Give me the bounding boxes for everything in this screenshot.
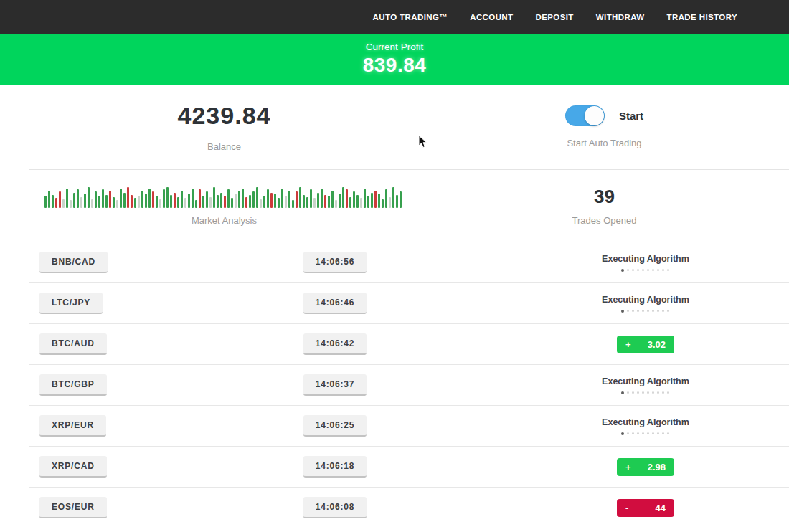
market-analysis-bars [44, 186, 405, 208]
market-bar [235, 194, 237, 208]
nav-item-trade-history[interactable]: TRADE HISTORY [667, 13, 738, 22]
nav-item-auto-trading[interactable]: AUTO TRADING™ [373, 13, 448, 22]
result-amount: 44 [656, 503, 666, 513]
market-bar [339, 194, 341, 208]
market-bar [306, 197, 308, 208]
progress-dot [637, 432, 639, 434]
market-bar [188, 194, 190, 208]
market-bar [224, 196, 226, 208]
balance-section: 4239.84 Balance Start Start Auto Trading [29, 85, 789, 170]
executing-status: Executing Algorithm [602, 295, 689, 313]
market-bar [138, 196, 140, 208]
result-badge: + 2.98 [617, 458, 674, 476]
result-amount: 2.98 [648, 462, 666, 472]
market-bar [131, 195, 133, 208]
time-badge: 14:06:37 [303, 374, 367, 396]
market-bar [396, 195, 398, 208]
progress-dot [667, 310, 669, 312]
trade-row: BNB/CAD 14:06:56 Executing Algorithm [29, 242, 789, 283]
current-profit-value: 839.84 [363, 54, 427, 77]
progress-dot [657, 432, 659, 434]
pair-badge: EOS/EUR [39, 497, 107, 518]
time-badge: 14:06:46 [303, 293, 367, 314]
auto-trading-toggle[interactable] [565, 105, 605, 126]
trade-row: EOS/EUR 14:06:08 - 44 [29, 488, 789, 528]
market-bar [317, 193, 319, 208]
market-bar [371, 193, 373, 208]
market-bar [123, 193, 126, 208]
market-bar [59, 191, 61, 208]
progress-dot [667, 269, 669, 271]
trades-list: BNB/CAD 14:06:56 Executing Algorithm LTC… [29, 242, 789, 528]
market-bar [342, 187, 344, 208]
result-amount: 3.02 [648, 339, 666, 350]
current-profit-label: Current Profit [366, 42, 423, 52]
progress-dot [667, 391, 669, 394]
progress-dot [632, 269, 634, 271]
market-bar [231, 198, 233, 208]
progress-dot [632, 310, 634, 312]
market-bar [116, 200, 118, 208]
toggle-knob [585, 106, 604, 125]
result-badge: - 44 [617, 499, 674, 517]
market-bar [102, 189, 104, 208]
market-bar [88, 187, 90, 208]
time-badge: 14:06:56 [303, 252, 367, 273]
market-bar [353, 191, 355, 208]
result-badge: + 3.02 [617, 336, 674, 353]
market-bar [199, 189, 201, 208]
progress-dot [652, 391, 654, 394]
market-bar [238, 191, 240, 208]
market-bar [245, 197, 247, 208]
market-bar [389, 197, 391, 208]
market-bar [292, 200, 294, 208]
executing-status: Executing Algorithm [602, 254, 689, 272]
market-bar [349, 197, 351, 208]
pair-badge: BTC/GBP [39, 374, 107, 396]
trade-row: XRP/CAD 14:06:18 + 2.98 [29, 447, 789, 488]
market-bar [267, 189, 269, 208]
market-bar [356, 195, 359, 208]
progress-dot [652, 432, 654, 434]
market-bar [367, 196, 369, 208]
market-bar [145, 194, 147, 208]
market-bar [303, 195, 305, 208]
market-bar [48, 191, 50, 208]
trades-opened-value: 39 [594, 186, 615, 208]
market-analysis-label: Market Analysis [192, 215, 257, 226]
market-bar [281, 189, 283, 208]
time-badge: 14:06:18 [303, 456, 367, 478]
progress-dot [637, 269, 639, 271]
market-bar [44, 196, 47, 208]
market-bar [288, 191, 290, 208]
pair-badge: LTC/JPY [39, 293, 103, 314]
market-bar [98, 196, 100, 208]
market-bar [385, 189, 387, 208]
progress-dot [637, 310, 639, 312]
market-bar [177, 197, 179, 208]
market-bar [84, 194, 86, 208]
market-bar [66, 189, 68, 208]
progress-dot [657, 310, 659, 312]
nav-item-deposit[interactable]: DEPOSIT [536, 13, 574, 22]
nav-item-account[interactable]: ACCOUNT [470, 13, 513, 22]
executing-label: Executing Algorithm [602, 417, 689, 427]
market-bar [152, 191, 154, 208]
market-bar [296, 191, 298, 208]
market-bar [285, 196, 287, 208]
progress-dot [632, 391, 634, 394]
market-bar [328, 196, 330, 208]
progress-dot [627, 269, 629, 271]
trades-opened-label: Trades Opened [572, 215, 637, 226]
market-bar [156, 196, 158, 208]
executing-label: Executing Algorithm [602, 295, 689, 305]
progress-dot [662, 269, 664, 271]
executing-label: Executing Algorithm [602, 376, 689, 386]
time-badge: 14:06:25 [303, 415, 367, 437]
market-bar [206, 191, 208, 208]
progress-dot [662, 391, 664, 394]
nav-item-withdraw[interactable]: WITHDRAW [596, 13, 645, 22]
progress-dot [621, 391, 624, 394]
pair-badge: XRP/CAD [39, 456, 107, 478]
market-bar [174, 193, 176, 208]
